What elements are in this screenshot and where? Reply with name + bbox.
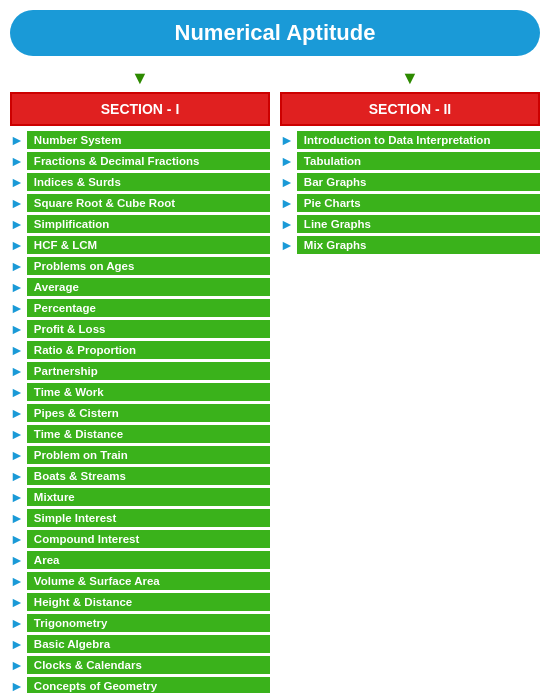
topic-label-text: Bar Graphs	[297, 173, 540, 191]
topic-arrow-icon: ►	[280, 195, 294, 211]
section1-list-item[interactable]: ►Problem on Train	[10, 446, 270, 464]
topic-label-text: Fractions & Decimal Fractions	[27, 152, 270, 170]
section1-list-item[interactable]: ►Number System	[10, 131, 270, 149]
topic-label-text: Pie Charts	[297, 194, 540, 212]
section2-list-item[interactable]: ►Bar Graphs	[280, 173, 540, 191]
section1-list-item[interactable]: ►Percentage	[10, 299, 270, 317]
topic-arrow-icon: ►	[10, 363, 24, 379]
topic-label-text: Simple Interest	[27, 509, 270, 527]
section1-list-item[interactable]: ►Time & Work	[10, 383, 270, 401]
section1-list-item[interactable]: ►Average	[10, 278, 270, 296]
topic-label-text: Profit & Loss	[27, 320, 270, 338]
section1-column: ▼ SECTION - I ►Number System►Fractions &…	[10, 68, 270, 693]
topic-label-text: Percentage	[27, 299, 270, 317]
section1-list-item[interactable]: ►Time & Distance	[10, 425, 270, 443]
topic-label-text: Square Root & Cube Root	[27, 194, 270, 212]
topic-arrow-icon: ►	[10, 216, 24, 232]
section1-arrow: ▼	[10, 68, 270, 89]
topic-label-text: Ratio & Proportion	[27, 341, 270, 359]
section1-list-item[interactable]: ►Mixture	[10, 488, 270, 506]
topic-arrow-icon: ►	[10, 237, 24, 253]
topic-label-text: HCF & LCM	[27, 236, 270, 254]
page-wrapper: Numerical Aptitude ▼ SECTION - I ►Number…	[0, 0, 550, 693]
topic-arrow-icon: ►	[10, 300, 24, 316]
section1-items: ►Number System►Fractions & Decimal Fract…	[10, 131, 270, 693]
topic-label-text: Mix Graphs	[297, 236, 540, 254]
topic-arrow-icon: ►	[10, 510, 24, 526]
section1-list-item[interactable]: ►Pipes & Cistern	[10, 404, 270, 422]
topic-label-text: Time & Distance	[27, 425, 270, 443]
section1-list-item[interactable]: ►Area	[10, 551, 270, 569]
topic-arrow-icon: ►	[10, 573, 24, 589]
topic-label-text: Number System	[27, 131, 270, 149]
topic-label-text: Introduction to Data Interpretation	[297, 131, 540, 149]
section2-list-item[interactable]: ►Mix Graphs	[280, 236, 540, 254]
topic-arrow-icon: ►	[10, 468, 24, 484]
section1-list-item[interactable]: ►Ratio & Proportion	[10, 341, 270, 359]
section2-list-item[interactable]: ►Pie Charts	[280, 194, 540, 212]
topic-arrow-icon: ►	[10, 531, 24, 547]
section1-list-item[interactable]: ►Boats & Streams	[10, 467, 270, 485]
topic-label-text: Partnership	[27, 362, 270, 380]
topic-arrow-icon: ►	[10, 279, 24, 295]
section1-list-item[interactable]: ►Simple Interest	[10, 509, 270, 527]
section2-list-item[interactable]: ►Introduction to Data Interpretation	[280, 131, 540, 149]
topic-label-text: Clocks & Calendars	[27, 656, 270, 674]
topic-arrow-icon: ►	[10, 405, 24, 421]
topic-label-text: Simplification	[27, 215, 270, 233]
topic-arrow-icon: ►	[10, 321, 24, 337]
section2-list-item[interactable]: ►Tabulation	[280, 152, 540, 170]
section1-list-item[interactable]: ►Indices & Surds	[10, 173, 270, 191]
topic-label-text: Height & Distance	[27, 593, 270, 611]
topic-label-text: Volume & Surface Area	[27, 572, 270, 590]
section2-list-item[interactable]: ►Line Graphs	[280, 215, 540, 233]
topic-label-text: Pipes & Cistern	[27, 404, 270, 422]
topic-arrow-icon: ►	[280, 216, 294, 232]
section1-list-item[interactable]: ►Problems on Ages	[10, 257, 270, 275]
section1-header: SECTION - I	[10, 92, 270, 126]
title-bar: Numerical Aptitude	[10, 10, 540, 56]
topic-arrow-icon: ►	[10, 636, 24, 652]
topic-label-text: Problem on Train	[27, 446, 270, 464]
section2-items: ►Introduction to Data Interpretation►Tab…	[280, 131, 540, 254]
section1-list-item[interactable]: ►Basic Algebra	[10, 635, 270, 653]
topic-arrow-icon: ►	[10, 342, 24, 358]
topic-arrow-icon: ►	[10, 132, 24, 148]
section1-list-item[interactable]: ►Compound Interest	[10, 530, 270, 548]
topic-arrow-icon: ►	[10, 426, 24, 442]
section2-arrow: ▼	[280, 68, 540, 89]
section1-list-item[interactable]: ►Volume & Surface Area	[10, 572, 270, 590]
section1-list-item[interactable]: ►Height & Distance	[10, 593, 270, 611]
section1-list-item[interactable]: ►Partnership	[10, 362, 270, 380]
topic-arrow-icon: ►	[10, 657, 24, 673]
topic-label-text: Line Graphs	[297, 215, 540, 233]
topic-arrow-icon: ►	[10, 174, 24, 190]
topic-label-text: Concepts of Geometry	[27, 677, 270, 693]
topic-label-text: Area	[27, 551, 270, 569]
topic-arrow-icon: ►	[10, 447, 24, 463]
topic-label-text: Boats & Streams	[27, 467, 270, 485]
topic-arrow-icon: ►	[10, 615, 24, 631]
topic-label-text: Compound Interest	[27, 530, 270, 548]
section1-list-item[interactable]: ►Square Root & Cube Root	[10, 194, 270, 212]
section1-list-item[interactable]: ►Trigonometry	[10, 614, 270, 632]
section1-list-item[interactable]: ►Profit & Loss	[10, 320, 270, 338]
topic-arrow-icon: ►	[10, 489, 24, 505]
section1-list-item[interactable]: ►Fractions & Decimal Fractions	[10, 152, 270, 170]
section2-header: SECTION - II	[280, 92, 540, 126]
section1-list-item[interactable]: ►HCF & LCM	[10, 236, 270, 254]
section1-list-item[interactable]: ►Simplification	[10, 215, 270, 233]
topic-label-text: Indices & Surds	[27, 173, 270, 191]
section1-list-item[interactable]: ►Concepts of Geometry	[10, 677, 270, 693]
section2-column: ▼ SECTION - II ►Introduction to Data Int…	[280, 68, 540, 257]
topic-arrow-icon: ►	[280, 174, 294, 190]
topic-label-text: Mixture	[27, 488, 270, 506]
page-title: Numerical Aptitude	[30, 20, 520, 46]
topic-arrow-icon: ►	[280, 153, 294, 169]
topic-arrow-icon: ►	[10, 384, 24, 400]
topic-arrow-icon: ►	[280, 132, 294, 148]
topic-arrow-icon: ►	[280, 237, 294, 253]
topic-label-text: Average	[27, 278, 270, 296]
section1-list-item[interactable]: ►Clocks & Calendars	[10, 656, 270, 674]
topic-label-text: Trigonometry	[27, 614, 270, 632]
